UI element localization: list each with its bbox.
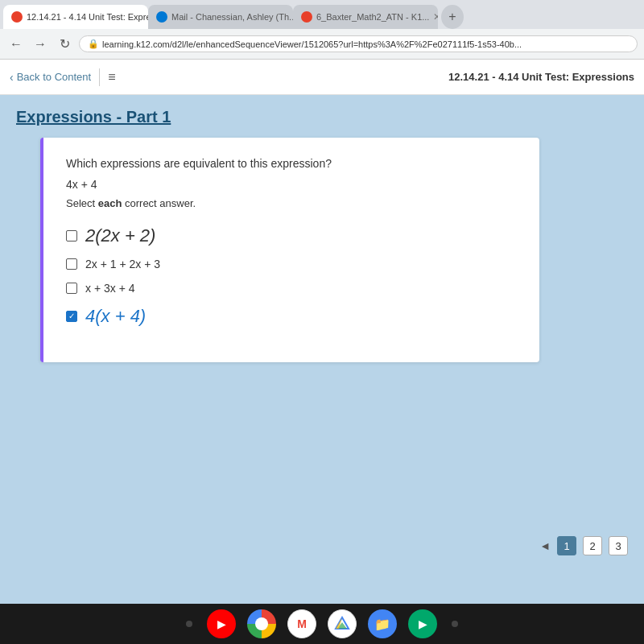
gmail-m-icon: M	[297, 617, 307, 630]
url-input[interactable]: 🔒 learning.k12.com/d2l/le/enhancedSequen…	[79, 35, 638, 52]
browser-frame: 12.14.21 - 4.14 Unit Test: Expre... ✕ Ma…	[0, 0, 644, 644]
taskbar: ▶ M 📁 ▶	[0, 604, 644, 644]
folder-emoji-icon: 📁	[374, 617, 390, 632]
tab-close-3[interactable]: ✕	[433, 11, 438, 23]
taskbar-dot-left	[186, 621, 192, 627]
refresh-button[interactable]: ↻	[55, 35, 74, 54]
instruction-prefix: Select	[66, 197, 98, 209]
lms-topbar: ‹ Back to Content ≡ 12.14.21 - 4.14 Unit…	[0, 60, 644, 95]
ssl-icon: 🔒	[88, 39, 99, 49]
back-to-content-link[interactable]: ‹ Back to Content	[10, 71, 91, 84]
question-card: Which expressions are equivalent to this…	[40, 138, 539, 362]
tab-label-3: 6_Baxter_Math2_ATN - K1...	[316, 12, 429, 22]
option-label-2: 2x + 1 + 2x + 3	[85, 258, 160, 270]
back-chevron-icon: ‹	[10, 71, 14, 84]
youtube-icon[interactable]: ▶	[207, 609, 236, 638]
hamburger-menu-icon[interactable]: ≡	[108, 70, 115, 85]
option-label-4: 4(x + 4)	[85, 306, 146, 327]
taskbar-dot-right	[452, 621, 458, 627]
tab-inactive-2[interactable]: Mail - Chanessian, Ashley (Th... ✕	[148, 5, 293, 29]
topbar-divider	[99, 68, 100, 86]
header-title: 12.14.21 - 4.14 Unit Test: Expressions	[448, 71, 634, 83]
drive-triangle-icon	[334, 616, 350, 632]
drive-icon[interactable]	[328, 609, 357, 638]
select-instruction: Select each correct answer.	[66, 197, 517, 209]
option-label-1: 2(2x + 2)	[85, 225, 155, 246]
expression-display: 4x + 4	[66, 178, 517, 191]
chrome-icon[interactable]	[247, 609, 276, 638]
section-title: Expressions - Part 1	[16, 108, 628, 126]
answer-option-3: x + 3x + 4	[66, 282, 517, 295]
content-area: Expressions - Part 1 Which expressions a…	[0, 95, 644, 604]
forward-button[interactable]: →	[31, 35, 50, 54]
gmail-icon[interactable]: M	[287, 609, 316, 638]
chrome-center	[255, 617, 268, 630]
new-tab-button[interactable]: +	[441, 5, 464, 29]
instruction-bold: each	[98, 197, 122, 209]
url-text: learning.k12.com/d2l/le/enhancedSequence…	[102, 39, 522, 49]
answer-option-4: 4(x + 4)	[66, 306, 517, 327]
option-label-3: x + 3x + 4	[85, 282, 134, 295]
content-inner: Expressions - Part 1 Which expressions a…	[0, 95, 644, 604]
checkbox-4[interactable]	[66, 311, 77, 322]
youtube-play-icon: ▶	[217, 617, 226, 630]
question-text: Which expressions are equivalent to this…	[66, 157, 517, 170]
answer-option-2: 2x + 1 + 2x + 3	[66, 258, 517, 270]
folder-icon[interactable]: 📁	[368, 609, 397, 638]
checkbox-1[interactable]	[66, 230, 77, 242]
tab-favicon-2	[156, 11, 167, 23]
tab-active[interactable]: 12.14.21 - 4.14 Unit Test: Expre... ✕	[3, 5, 148, 29]
play-store-icon[interactable]: ▶	[408, 609, 437, 638]
tab-label-1: 12.14.21 - 4.14 Unit Test: Expre...	[27, 12, 148, 22]
instruction-suffix: correct answer.	[122, 197, 196, 209]
page-num-2[interactable]: 2	[583, 536, 602, 555]
play-triangle-icon: ▶	[419, 617, 427, 630]
tab-label-2: Mail - Chanessian, Ashley (Th...	[171, 12, 293, 22]
tab-favicon-1	[11, 11, 23, 23]
address-bar: ← → ↻ 🔒 learning.k12.com/d2l/le/enhanced…	[0, 29, 644, 60]
pagination-prev-arrow[interactable]: ◄	[539, 539, 551, 552]
page-num-1[interactable]: 1	[557, 536, 576, 555]
back-label: Back to Content	[17, 71, 92, 83]
page-num-3[interactable]: 3	[609, 536, 628, 555]
tab-favicon-3	[301, 11, 312, 23]
back-button[interactable]: ←	[6, 35, 26, 54]
checkbox-3[interactable]	[66, 283, 77, 294]
tab-inactive-3[interactable]: 6_Baxter_Math2_ATN - K1... ✕	[293, 5, 438, 29]
pagination: ◄ 1 2 3	[539, 536, 628, 555]
answer-option-1: 2(2x + 2)	[66, 225, 517, 246]
checkbox-2[interactable]	[66, 258, 77, 270]
tab-bar: 12.14.21 - 4.14 Unit Test: Expre... ✕ Ma…	[0, 0, 644, 29]
